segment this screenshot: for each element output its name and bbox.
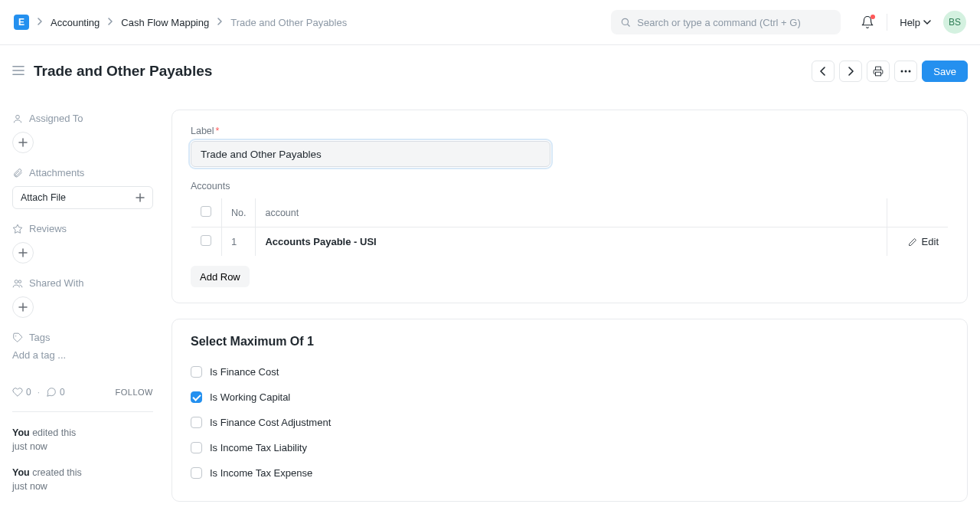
svg-point-7 xyxy=(18,280,21,283)
assigned-to-heading: Assigned To xyxy=(12,113,153,124)
column-header-account: account xyxy=(256,198,887,227)
checkbox-label: Is Working Capital xyxy=(210,391,290,403)
chevron-right-icon xyxy=(107,18,113,27)
label-input[interactable] xyxy=(191,141,550,167)
accounts-heading: Accounts xyxy=(191,181,949,191)
select-max-title: Select Maximum Of 1 xyxy=(191,335,949,349)
accounts-table: No. account 1 Accounts Payable - USI xyxy=(191,198,949,257)
checkbox-label: Is Finance Cost xyxy=(210,366,279,378)
add-row-button[interactable]: Add Row xyxy=(191,266,250,287)
menu-icon xyxy=(12,65,24,76)
users-icon xyxy=(12,278,23,289)
table-row: 1 Accounts Payable - USI Edit xyxy=(191,227,949,257)
activity-entry: You edited this just now xyxy=(12,426,153,453)
svg-point-8 xyxy=(15,336,16,336)
row-checkbox[interactable] xyxy=(201,235,211,246)
svg-rect-1 xyxy=(876,72,881,76)
chevron-right-icon xyxy=(847,67,854,76)
checkbox-working-capital[interactable] xyxy=(191,391,202,403)
assigned-to-label: Assigned To xyxy=(29,113,83,124)
attach-file-button[interactable]: Attach File xyxy=(12,186,153,209)
notification-dot xyxy=(871,15,875,19)
add-review-button[interactable] xyxy=(12,242,34,264)
chevron-left-icon xyxy=(819,67,827,76)
page-title: Trade and Other Payables xyxy=(34,63,802,80)
notifications-button[interactable] xyxy=(861,15,874,29)
attach-file-label: Attach File xyxy=(21,192,66,203)
checkbox-label: Is Income Tax Liability xyxy=(210,442,307,453)
pencil-icon xyxy=(908,237,917,247)
checkbox-row[interactable]: Is Income Tax Expense xyxy=(191,460,949,486)
like-count: 0 xyxy=(26,387,31,398)
add-assignee-button[interactable] xyxy=(12,132,34,153)
column-header-actions xyxy=(887,198,949,227)
checkbox-label: Is Income Tax Expense xyxy=(210,467,312,479)
select-all-header xyxy=(191,198,222,227)
print-button[interactable] xyxy=(867,61,890,82)
search-icon xyxy=(620,17,631,28)
add-share-button[interactable] xyxy=(12,296,34,318)
comment-icon xyxy=(46,387,57,398)
breadcrumb-link[interactable]: Accounting xyxy=(51,17,100,28)
breadcrumb-current: Trade and Other Payables xyxy=(230,17,347,28)
checkbox-income-tax-expense[interactable] xyxy=(191,467,202,479)
checkbox-income-tax-liability[interactable] xyxy=(191,442,202,453)
label-accounts-card: Label* Accounts No. account xyxy=(172,110,968,303)
app-logo[interactable]: E xyxy=(14,15,29,30)
reviews-heading: Reviews xyxy=(12,223,153,234)
chevron-right-icon xyxy=(217,18,223,27)
svg-point-0 xyxy=(622,18,629,25)
separator-dot: · xyxy=(38,387,40,398)
checkbox-label: Is Finance Cost Adjustment xyxy=(210,417,331,428)
more-button[interactable] xyxy=(894,61,917,82)
prev-button[interactable] xyxy=(812,61,835,82)
dots-horizontal-icon xyxy=(900,70,911,73)
svg-point-2 xyxy=(901,70,903,73)
next-button[interactable] xyxy=(839,61,862,82)
label-field-label: Label* xyxy=(191,126,949,136)
plus-icon xyxy=(136,193,145,202)
edit-label: Edit xyxy=(922,236,939,247)
plus-icon xyxy=(18,248,28,257)
svg-point-4 xyxy=(909,70,911,73)
breadcrumb-link[interactable]: Cash Flow Mapping xyxy=(121,17,209,28)
divider xyxy=(887,14,887,31)
main-content: Label* Accounts No. account xyxy=(172,94,968,515)
sidebar: Assigned To Attachments Attach File Revi… xyxy=(12,94,153,515)
search-placeholder: Search or type a command (Ctrl + G) xyxy=(637,17,801,28)
checkbox-row[interactable]: Is Finance Cost Adjustment xyxy=(191,410,949,435)
paperclip-icon xyxy=(12,168,23,178)
chevron-right-icon xyxy=(37,18,43,27)
menu-toggle-button[interactable] xyxy=(12,65,24,78)
save-button[interactable]: Save xyxy=(922,61,968,82)
checkbox-row[interactable]: Is Finance Cost xyxy=(191,359,949,385)
star-icon xyxy=(12,224,23,234)
checkbox-row[interactable]: Is Working Capital xyxy=(191,385,949,410)
page-header: Trade and Other Payables Save xyxy=(0,45,980,94)
column-header-no: No. xyxy=(222,198,256,227)
svg-point-3 xyxy=(905,70,907,73)
select-all-checkbox[interactable] xyxy=(201,206,211,217)
tag-input[interactable]: Add a tag ... xyxy=(12,349,153,361)
shared-with-heading: Shared With xyxy=(12,277,153,289)
edit-row-button[interactable]: Edit xyxy=(897,236,939,247)
checkbox-row[interactable]: Is Income Tax Liability xyxy=(191,435,949,460)
chevron-down-icon xyxy=(923,18,931,26)
divider xyxy=(12,411,153,412)
reviews-label: Reviews xyxy=(29,223,67,234)
page-actions: Save xyxy=(812,61,968,82)
follow-button[interactable]: FOLLOW xyxy=(116,388,153,397)
search-input[interactable]: Search or type a command (Ctrl + G) xyxy=(611,10,841,34)
row-account-cell[interactable]: Accounts Payable - USI xyxy=(256,227,887,257)
shared-with-label: Shared With xyxy=(29,277,84,289)
heart-icon xyxy=(12,387,23,398)
like-button[interactable]: 0 xyxy=(12,387,31,398)
avatar[interactable]: BS xyxy=(943,11,966,34)
user-icon xyxy=(12,113,23,124)
comment-count: 0 xyxy=(60,387,65,398)
checkbox-finance-cost-adjustment[interactable] xyxy=(191,417,202,428)
checkbox-finance-cost[interactable] xyxy=(191,366,202,378)
comment-button[interactable]: 0 xyxy=(46,387,65,398)
plus-icon xyxy=(18,303,28,312)
help-menu[interactable]: Help xyxy=(900,17,931,28)
